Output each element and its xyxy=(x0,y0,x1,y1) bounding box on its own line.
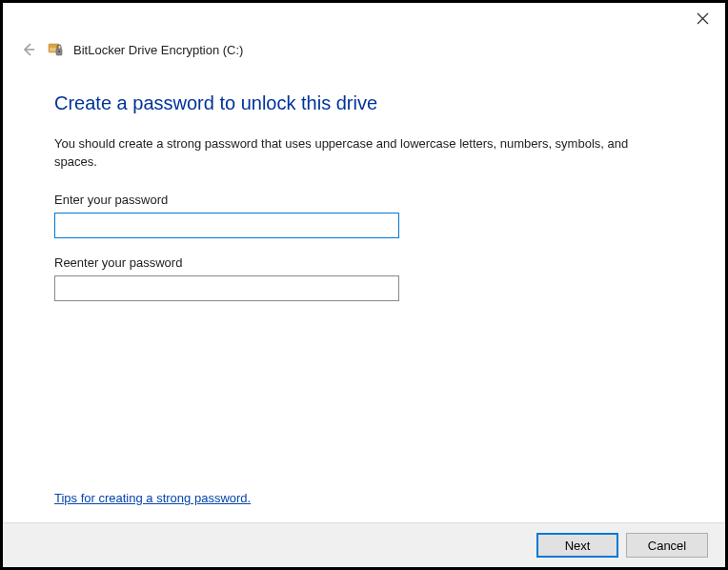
svg-point-6 xyxy=(58,51,60,52)
enter-password-label: Enter your password xyxy=(54,193,697,207)
close-button[interactable] xyxy=(695,10,710,26)
heading: Create a password to unlock this drive xyxy=(54,92,697,114)
next-button[interactable]: Next xyxy=(536,533,618,558)
password-input[interactable] xyxy=(54,213,399,238)
arrow-left-icon xyxy=(21,42,36,57)
password-confirm-input[interactable] xyxy=(54,275,399,301)
bitlocker-icon xyxy=(47,41,64,58)
close-icon xyxy=(697,12,709,25)
reenter-password-label: Reenter your password xyxy=(54,255,697,270)
description: You should create a strong password that… xyxy=(54,135,664,172)
page-title: BitLocker Drive Encryption (C:) xyxy=(73,43,243,57)
cancel-button[interactable]: Cancel xyxy=(626,533,708,558)
back-button[interactable] xyxy=(20,41,37,58)
tips-link[interactable]: Tips for creating a strong password. xyxy=(54,491,251,505)
button-bar: Next Cancel xyxy=(3,522,725,567)
breadcrumb: BitLocker Drive Encryption (C:) xyxy=(3,37,725,62)
